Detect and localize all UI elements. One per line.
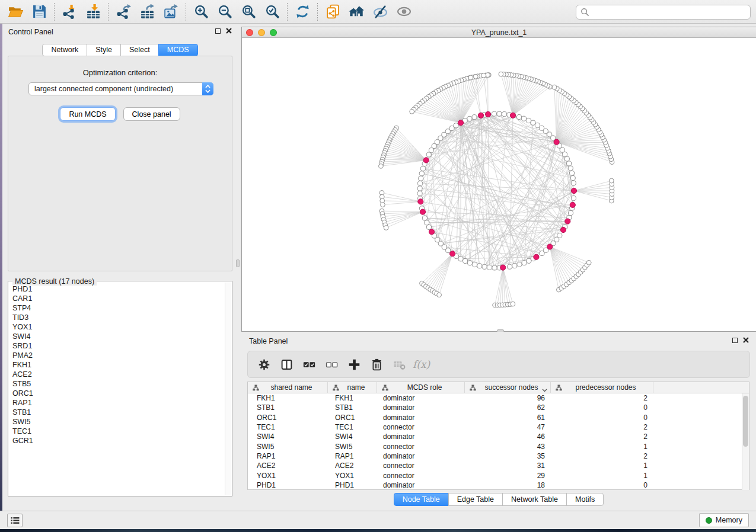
ring-node[interactable] xyxy=(560,148,564,152)
export-image-icon[interactable] xyxy=(159,2,183,21)
ring-node[interactable] xyxy=(564,156,569,161)
mcds-hub-node[interactable] xyxy=(418,199,423,204)
satellite-node[interactable] xyxy=(609,178,614,183)
ring-node[interactable] xyxy=(526,118,531,123)
column-header-MCDS-role[interactable]: MCDS role xyxy=(377,382,465,393)
mcds-hub-node[interactable] xyxy=(565,219,570,224)
ring-node[interactable] xyxy=(571,196,576,200)
ring-node[interactable] xyxy=(516,114,521,119)
zoom-in-icon[interactable] xyxy=(189,2,213,21)
mcds-hub-node[interactable] xyxy=(420,209,425,214)
close-panel-button[interactable]: Close panel xyxy=(123,107,180,121)
satellite-node[interactable] xyxy=(381,203,385,207)
tab-node-table[interactable]: Node Table xyxy=(394,493,449,506)
table-scrollbar[interactable] xyxy=(742,393,749,490)
mcds-hub-node[interactable] xyxy=(458,120,463,126)
ring-node[interactable] xyxy=(454,123,458,128)
satellite-node[interactable] xyxy=(552,85,557,89)
ring-node[interactable] xyxy=(568,166,573,171)
export-network-icon[interactable] xyxy=(111,2,135,21)
ring-node[interactable] xyxy=(522,261,527,265)
mcds-result-item[interactable]: ORC1 xyxy=(12,389,225,398)
satellite-node[interactable] xyxy=(379,164,384,169)
mcds-hub-node[interactable] xyxy=(423,158,429,163)
ring-node[interactable] xyxy=(487,265,492,270)
ring-node[interactable] xyxy=(472,115,477,120)
hide-selected-icon[interactable] xyxy=(368,2,392,21)
column-header-name[interactable]: name xyxy=(328,382,377,393)
mcds-hub-node[interactable] xyxy=(570,202,575,207)
mcds-hub-node[interactable] xyxy=(534,254,539,259)
satellite-node[interactable] xyxy=(499,72,503,76)
satellite-node[interactable] xyxy=(481,73,486,78)
table-row[interactable]: YOX1YOX1connector291 xyxy=(248,470,749,480)
mcds-hub-node[interactable] xyxy=(554,139,559,145)
mcds-result-list[interactable]: PHD1CAR1STP4TID3YOX1SWI4SRD1PMA2FKH1ACE2… xyxy=(9,283,225,495)
mcds-result-item[interactable]: STB5 xyxy=(12,379,225,389)
ring-node[interactable] xyxy=(432,143,436,148)
panel-splitter-handle[interactable] xyxy=(236,259,240,267)
show-all-nodes-icon[interactable] xyxy=(344,2,368,21)
ring-node[interactable] xyxy=(557,233,562,238)
satellite-node[interactable] xyxy=(437,293,442,297)
ring-node[interactable] xyxy=(425,220,429,225)
mcds-hub-node[interactable] xyxy=(478,113,483,118)
select-all-icon[interactable] xyxy=(300,355,318,373)
table-settings-icon[interactable] xyxy=(255,355,273,373)
mcds-result-item[interactable]: TEC1 xyxy=(12,427,225,436)
satellite-node[interactable] xyxy=(410,109,414,114)
ring-node[interactable] xyxy=(458,257,463,261)
memory-button[interactable]: Memory xyxy=(699,513,749,527)
mcds-hub-node[interactable] xyxy=(450,251,455,257)
show-columns-icon[interactable] xyxy=(277,355,295,373)
search-input[interactable] xyxy=(589,5,750,19)
mcds-result-item[interactable]: GCR1 xyxy=(12,436,225,446)
tab-style[interactable]: Style xyxy=(87,44,121,56)
mcds-hub-node[interactable] xyxy=(510,113,515,118)
table-row[interactable]: FKH1FKH1dominator962 xyxy=(248,393,749,403)
satellite-node[interactable] xyxy=(384,226,388,230)
ring-node[interactable] xyxy=(477,264,482,268)
float-panel-icon[interactable] xyxy=(215,28,221,34)
tab-edge-table[interactable]: Edge Table xyxy=(448,493,503,506)
table-row[interactable]: STB1STB1dominator620 xyxy=(248,403,749,412)
ring-node[interactable] xyxy=(426,225,431,229)
mcds-result-item[interactable]: RAP1 xyxy=(12,398,225,408)
save-session-icon[interactable] xyxy=(27,2,51,21)
show-hidden-icon[interactable] xyxy=(392,2,416,21)
ring-node[interactable] xyxy=(467,116,472,121)
table-row[interactable]: SWI4SWI4dominator462 xyxy=(248,432,749,441)
mcds-list-scrollbar[interactable] xyxy=(225,283,231,495)
mcds-hub-node[interactable] xyxy=(486,111,491,117)
zoom-out-icon[interactable] xyxy=(213,2,237,21)
table-row[interactable]: ORC1ORC1dominator610 xyxy=(248,413,749,422)
mcds-result-item[interactable]: SWI5 xyxy=(12,417,225,427)
network-canvas[interactable] xyxy=(242,38,755,331)
tab-select[interactable]: Select xyxy=(120,44,159,56)
ring-node[interactable] xyxy=(429,148,433,153)
ring-node[interactable] xyxy=(517,262,522,267)
ring-node[interactable] xyxy=(527,258,531,263)
ring-node[interactable] xyxy=(467,261,472,265)
ring-node[interactable] xyxy=(569,171,574,175)
export-table-icon[interactable] xyxy=(135,2,159,21)
ring-node[interactable] xyxy=(463,258,468,263)
mcds-hub-node[interactable] xyxy=(500,265,506,270)
ring-node[interactable] xyxy=(512,263,517,268)
ring-node[interactable] xyxy=(492,111,496,116)
zoom-fit-icon[interactable] xyxy=(237,2,260,21)
ring-node[interactable] xyxy=(535,123,540,127)
clone-network-icon[interactable] xyxy=(321,2,344,21)
mcds-hub-node[interactable] xyxy=(571,188,576,193)
ring-node[interactable] xyxy=(446,248,451,253)
mcds-result-item[interactable]: SRD1 xyxy=(12,341,225,351)
mcds-hub-node[interactable] xyxy=(547,244,553,249)
ring-node[interactable] xyxy=(417,186,422,191)
mcds-result-item[interactable]: YOX1 xyxy=(12,322,225,332)
mcds-result-item[interactable]: PHD1 xyxy=(12,284,225,294)
satellite-node[interactable] xyxy=(586,260,591,265)
mcds-result-item[interactable]: PMA2 xyxy=(12,351,225,360)
table-row[interactable]: ACE2ACE2connector311 xyxy=(248,461,749,470)
run-mcds-button[interactable]: Run MCDS xyxy=(60,107,115,121)
mcds-result-item[interactable]: STB1 xyxy=(12,408,225,417)
